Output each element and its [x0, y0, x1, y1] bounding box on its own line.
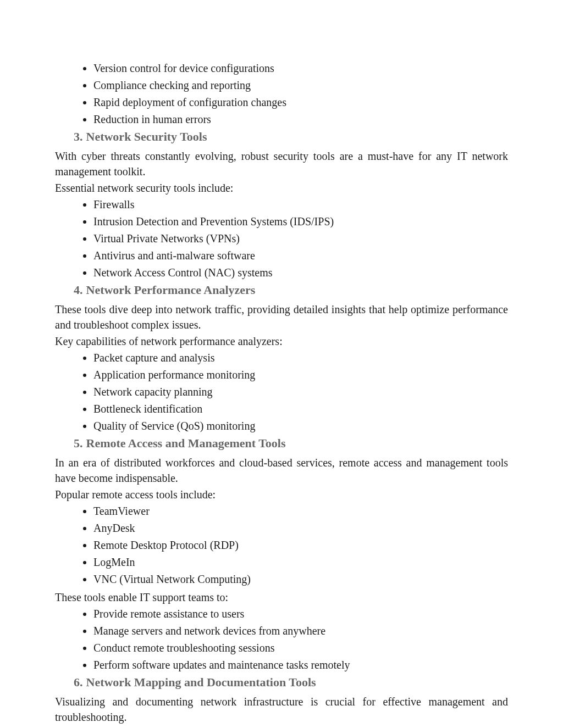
list-item: LogMeIn	[93, 554, 508, 570]
heading-title: Network Mapping and Documentation Tools	[86, 675, 316, 689]
paragraph: Key capabilities of network performance …	[55, 334, 508, 349]
heading-section4: 4.Network Performance Analyzers	[74, 283, 508, 297]
list-item: Compliance checking and reporting	[93, 77, 508, 93]
list-item: Reduction in human errors	[93, 112, 508, 127]
list-item: Quality of Service (QoS) monitoring	[93, 418, 508, 434]
heading-section3: 3.Network Security Tools	[74, 130, 508, 144]
section5-list2: Provide remote assistance to users Manag…	[55, 606, 508, 673]
heading-number: 3.	[74, 130, 83, 143]
list-item: Conduct remote troubleshooting sessions	[93, 640, 508, 656]
section3-list: Firewalls Intrusion Detection and Preven…	[55, 197, 508, 281]
paragraph: Visualizing and documenting network infr…	[55, 694, 508, 725]
list-item: TeamViewer	[93, 503, 508, 519]
list-item: Network Access Control (NAC) systems	[93, 265, 508, 281]
heading-title: Network Security Tools	[86, 130, 207, 143]
list-item: Version control for device configuration…	[93, 60, 508, 76]
section2-list: Version control for device configuration…	[55, 60, 508, 127]
paragraph: In an era of distributed workforces and …	[55, 455, 508, 486]
list-item: AnyDesk	[93, 520, 508, 536]
heading-title: Network Performance Analyzers	[86, 283, 256, 297]
heading-number: 5.	[74, 436, 83, 450]
heading-section6: 6.Network Mapping and Documentation Tool…	[74, 675, 508, 690]
document-page: Version control for device configuration…	[0, 0, 563, 728]
section4-list: Packet capture and analysis Application …	[55, 350, 508, 434]
list-item: Intrusion Detection and Prevention Syste…	[93, 214, 508, 230]
paragraph: Essential network security tools include…	[55, 180, 508, 196]
paragraph: These tools enable IT support teams to:	[55, 590, 508, 605]
heading-number: 6.	[74, 675, 83, 689]
list-item: Provide remote assistance to users	[93, 606, 508, 622]
list-item: Application performance monitoring	[93, 367, 508, 383]
list-item: Remote Desktop Protocol (RDP)	[93, 537, 508, 553]
list-item: Virtual Private Networks (VPNs)	[93, 231, 508, 247]
paragraph: Popular remote access tools include:	[55, 487, 508, 502]
list-item: Packet capture and analysis	[93, 350, 508, 366]
section5-list1: TeamViewer AnyDesk Remote Desktop Protoc…	[55, 503, 508, 587]
list-item: Network capacity planning	[93, 384, 508, 400]
list-item: VNC (Virtual Network Computing)	[93, 571, 508, 587]
list-item: Bottleneck identification	[93, 401, 508, 417]
list-item: Manage servers and network devices from …	[93, 623, 508, 639]
list-item: Antivirus and anti-malware software	[93, 248, 508, 264]
paragraph: With cyber threats constantly evolving, …	[55, 148, 508, 179]
list-item: Firewalls	[93, 197, 508, 213]
list-item: Perform software updates and maintenance…	[93, 657, 508, 673]
paragraph: These tools dive deep into network traff…	[55, 302, 508, 332]
heading-title: Remote Access and Management Tools	[86, 436, 286, 450]
list-item: Rapid deployment of configuration change…	[93, 95, 508, 110]
heading-number: 4.	[74, 283, 83, 297]
heading-section5: 5.Remote Access and Management Tools	[74, 436, 508, 451]
